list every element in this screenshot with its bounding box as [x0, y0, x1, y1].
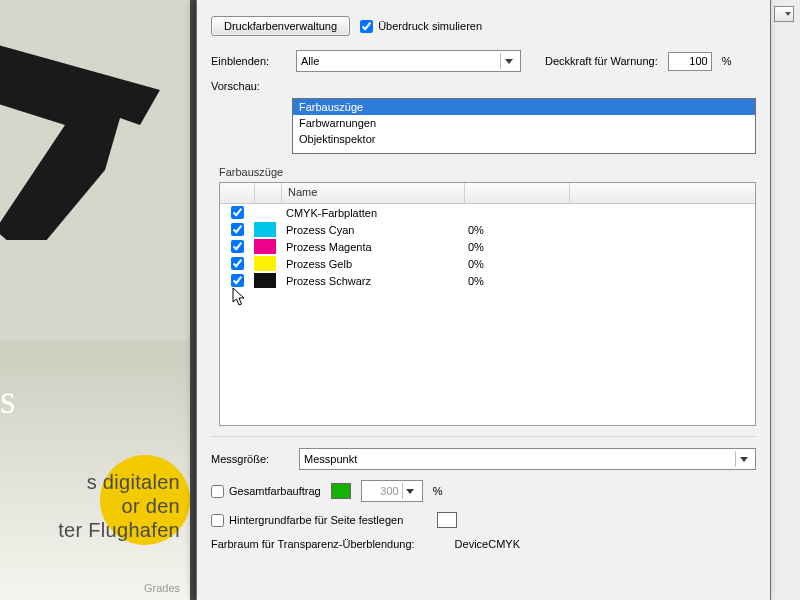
- ink-swatch: [254, 273, 276, 288]
- simulate-overprint-checkbox[interactable]: Überdruck simulieren: [360, 20, 482, 33]
- total-area-value-combo: [361, 480, 423, 502]
- preview-option-warnings[interactable]: Farbwarnungen: [293, 115, 755, 131]
- ink-swatch: [254, 256, 276, 271]
- ink-percentage: 0%: [462, 224, 566, 236]
- table-row[interactable]: Prozess Cyan0%: [220, 221, 755, 238]
- table-row[interactable]: CMYK-Farbplatten: [220, 204, 755, 221]
- opacity-warning-label: Deckkraft für Warnung:: [545, 55, 658, 67]
- sample-size-label: Messgröße:: [211, 453, 289, 465]
- ink-percentage: 0%: [462, 258, 566, 270]
- headline-letter: s: [0, 380, 16, 420]
- ink-name: CMYK-Farbplatten: [280, 207, 462, 219]
- ink-percentage: 0%: [462, 241, 566, 253]
- preview-listbox[interactable]: Farbauszüge Farbwarnungen Objektinspekto…: [292, 98, 756, 154]
- ink-percentage: 0%: [462, 275, 566, 287]
- ink-name: Prozess Gelb: [280, 258, 462, 270]
- footnote: Grades: [0, 582, 180, 594]
- row-visibility-checkbox[interactable]: [231, 223, 244, 236]
- ink-name: Prozess Magenta: [280, 241, 462, 253]
- chevron-down-icon: [500, 53, 516, 69]
- ink-name: Prozess Cyan: [280, 224, 462, 236]
- preview-label: Vorschau:: [211, 80, 286, 92]
- percent-suffix: %: [433, 485, 443, 497]
- table-header: Name: [220, 183, 755, 204]
- chevron-down-icon: [735, 451, 751, 467]
- separations-table: Name CMYK-FarbplattenProzess Cyan0%Proze…: [219, 182, 756, 426]
- preview-option-separations[interactable]: Farbauszüge: [293, 99, 755, 115]
- percent-suffix: %: [722, 55, 732, 67]
- row-visibility-checkbox[interactable]: [231, 206, 244, 219]
- panel-dock: [769, 0, 800, 600]
- document-background: s s digitalen or den ter Flughafen Grade…: [0, 0, 190, 600]
- total-area-swatch[interactable]: [331, 483, 351, 499]
- blend-space-label: Farbraum für Transparenz-Überblendung:: [211, 538, 415, 550]
- total-area-checkbox[interactable]: Gesamtfarbauftrag: [211, 485, 321, 498]
- separations-group-label: Farbauszüge: [197, 158, 770, 178]
- ink-swatch: [254, 239, 276, 254]
- row-visibility-checkbox[interactable]: [231, 274, 244, 287]
- body-copy: s digitalen or den ter Flughafen: [0, 470, 180, 542]
- output-preview-panel: Druckfarbenverwaltung Überdruck simulier…: [196, 0, 771, 600]
- opacity-warning-input[interactable]: [668, 52, 712, 71]
- chevron-down-icon: [402, 483, 418, 499]
- show-dropdown[interactable]: Alle: [296, 50, 521, 72]
- show-label: Einblenden:: [211, 55, 286, 67]
- set-page-background-checkbox[interactable]: Hintergrundfarbe für Seite festlegen: [211, 514, 403, 527]
- preview-option-inspector[interactable]: Objektinspektor: [293, 131, 755, 147]
- panel-menu-icon[interactable]: [774, 6, 794, 22]
- table-row[interactable]: Prozess Magenta0%: [220, 238, 755, 255]
- ink-swatch: [254, 222, 276, 237]
- ink-manager-button[interactable]: Druckfarbenverwaltung: [211, 16, 350, 36]
- row-visibility-checkbox[interactable]: [231, 257, 244, 270]
- table-row[interactable]: Prozess Gelb0%: [220, 255, 755, 272]
- blend-space-value: DeviceCMYK: [455, 538, 520, 550]
- column-name[interactable]: Name: [282, 183, 465, 203]
- row-visibility-checkbox[interactable]: [231, 240, 244, 253]
- ink-name: Prozess Schwarz: [280, 275, 462, 287]
- sample-size-dropdown[interactable]: Messpunkt: [299, 448, 756, 470]
- page-background-swatch[interactable]: [437, 512, 457, 528]
- airplane-silhouette: [0, 30, 170, 240]
- table-row[interactable]: Prozess Schwarz0%: [220, 272, 755, 289]
